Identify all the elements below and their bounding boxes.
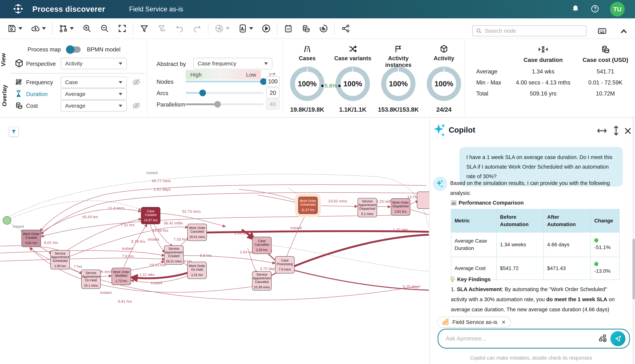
map-edge[interactable] (272, 245, 429, 272)
process-map-canvas[interactable]: instantinstant55.77 mins1.61 days16.43 h… (0, 118, 429, 364)
chip-close-icon[interactable]: ✕ (501, 319, 506, 325)
eye-off-icon[interactable] (132, 78, 141, 87)
map-edge[interactable] (239, 190, 299, 202)
activity-node-work-order-created[interactable]: Work Order Created5.91 hrs (22, 230, 41, 247)
slider-value[interactable]: 100 (266, 76, 280, 87)
close-icon[interactable] (624, 127, 632, 136)
toolbar (0, 18, 635, 39)
activity-node-partial[interactable] (417, 192, 429, 209)
expand-vertical-icon[interactable] (612, 126, 620, 136)
node-duration: 16.01 mins (189, 235, 205, 239)
help-icon[interactable] (590, 4, 599, 14)
activity-node-service-appointment-created[interactable]: Service Appointment Created26.21 mins (164, 245, 184, 265)
avatar[interactable]: TU (610, 2, 625, 16)
overlay-select-cost[interactable]: Average (61, 100, 127, 112)
scrollbar-thumb[interactable] (632, 239, 635, 299)
map-edge[interactable] (258, 195, 299, 203)
map-edge[interactable] (41, 209, 141, 233)
map-edge[interactable] (287, 214, 306, 256)
bell-icon[interactable] (571, 4, 580, 14)
map-bpmn-toggle[interactable] (67, 46, 81, 53)
stat-value: 153.8K/153.8K (378, 106, 419, 113)
performance-icon[interactable] (319, 24, 328, 33)
summary-cost: 541.71 (597, 68, 614, 75)
activity-node-case-processing[interactable]: Case Processing7.9 mins (275, 256, 295, 274)
activity-node-case-created[interactable]: Case Created14.97 hrs (141, 207, 160, 224)
node-duration: 14.97 hrs (144, 218, 158, 222)
undo-icon[interactable] (175, 24, 184, 33)
activity-node-work-order-modified[interactable]: Work Order Modified1.72 hrs (112, 268, 131, 285)
layout-icon[interactable] (59, 24, 74, 33)
start-node[interactable] (3, 216, 11, 224)
search-input[interactable] (485, 28, 580, 34)
node-duration: 5.91 hrs (25, 241, 37, 245)
zoom-in-icon[interactable] (82, 24, 92, 33)
slider-nodes[interactable] (186, 80, 264, 82)
edge-label: 1.47 wks (393, 228, 408, 232)
activity-node-case-cancelled[interactable]: Case Cancelled2.33 hrs (252, 237, 272, 254)
map-edge[interactable] (377, 206, 390, 207)
cost-icon[interactable] (301, 24, 311, 33)
perspective-icon (14, 58, 24, 69)
expand-horizontal-icon[interactable] (597, 127, 607, 135)
edge-label: 38.42 millis (164, 221, 183, 225)
activity-node-service-appointment-canceled[interactable]: Service Appointment Canceled10.39 mins (252, 271, 272, 290)
scrollbar[interactable] (632, 118, 635, 364)
activity-node-work-order-scheduled[interactable]: Work Order Scheduled11.57 hrs (298, 197, 318, 214)
edge-label: 16.43 hrs (82, 215, 98, 219)
map-edge[interactable] (410, 210, 429, 215)
animate-icon[interactable] (262, 24, 271, 33)
edge-label: 8.01 hrs (44, 240, 58, 245)
redo-icon[interactable] (193, 24, 202, 33)
dashboard-icon[interactable] (238, 24, 253, 33)
overlay-select-frequency[interactable]: Case (61, 76, 127, 88)
fit-screen-icon[interactable] (118, 24, 127, 33)
activity-node-work-order-on-hold[interactable]: Work Order On Hold1.01 hrs (187, 262, 207, 279)
share-icon[interactable] (341, 24, 350, 33)
slider-parallelism[interactable] (186, 104, 264, 105)
calendar-icon[interactable] (284, 24, 293, 33)
activity-node-service-appointment-scheduled[interactable]: Service Appointment Scheduled1.05 hrs (50, 250, 70, 270)
abstract-by-label: Abstract by (157, 60, 186, 68)
stat-donut: 100% (381, 66, 416, 102)
node-label: Service Appointment Dispatched (358, 200, 376, 210)
eye-off-icon[interactable] (132, 101, 141, 111)
copilot-input[interactable] (446, 335, 599, 342)
map-edge[interactable] (294, 235, 429, 266)
add-context-icon[interactable] (599, 334, 607, 343)
map-edge[interactable] (100, 276, 111, 276)
send-button[interactable] (610, 331, 625, 346)
performance-comparison-heading: Performance Comparison (451, 200, 524, 206)
activity-node-service-appointment-dispatched[interactable]: Service Appointment Dispatched5.1 mins (358, 198, 377, 217)
slider-value[interactable]: 20 (266, 88, 280, 98)
collapse-icon[interactable] (619, 27, 628, 36)
filter-icon[interactable] (140, 24, 149, 33)
svg-text:100%: 100% (434, 80, 453, 88)
zoom-out-icon[interactable] (100, 24, 109, 33)
stat-case-variants: Case variants 100% 1.1K/1.1K (331, 44, 375, 114)
process-model-icon (442, 318, 449, 326)
map-filter-button[interactable] (9, 127, 19, 137)
snapshot-icon[interactable] (215, 24, 230, 33)
perspective-select[interactable]: Activity (61, 58, 127, 69)
keyboard-shortcuts-icon[interactable] (597, 26, 607, 37)
toolbar-divider (208, 22, 208, 34)
node-duration: 1.05 hrs (54, 264, 66, 268)
map-edge[interactable] (318, 206, 357, 206)
save-icon[interactable] (7, 24, 23, 33)
context-chip[interactable]: Field Service as-is ✕ (437, 316, 511, 328)
overlay-label: Cost (26, 103, 38, 109)
activity-node-service-appointment-on-hold[interactable]: Service Appointment On Hold15.1 mins (81, 270, 101, 289)
abstract-by-select[interactable]: Case frequency (193, 58, 272, 69)
export-icon[interactable] (31, 24, 46, 33)
slider-arcs[interactable] (186, 92, 264, 94)
activity-node-work-order-dispatched[interactable]: Work Order Dispatched2.61 hrs (391, 198, 410, 216)
overlay-select-duration[interactable]: Average (61, 88, 127, 100)
page-title: Process discoverer (32, 5, 105, 14)
map-edge[interactable] (0, 258, 165, 261)
copilot-avatar-icon (433, 177, 447, 191)
bpmn-model-label: BPMN model (87, 46, 121, 53)
copilot-panel: Copilot I have a 1 week SLA on average c… (429, 118, 632, 364)
clear-filter-icon[interactable] (157, 24, 167, 33)
activity-node-work-order-canceled[interactable]: Work Order Canceled16.01 mins (187, 224, 207, 241)
